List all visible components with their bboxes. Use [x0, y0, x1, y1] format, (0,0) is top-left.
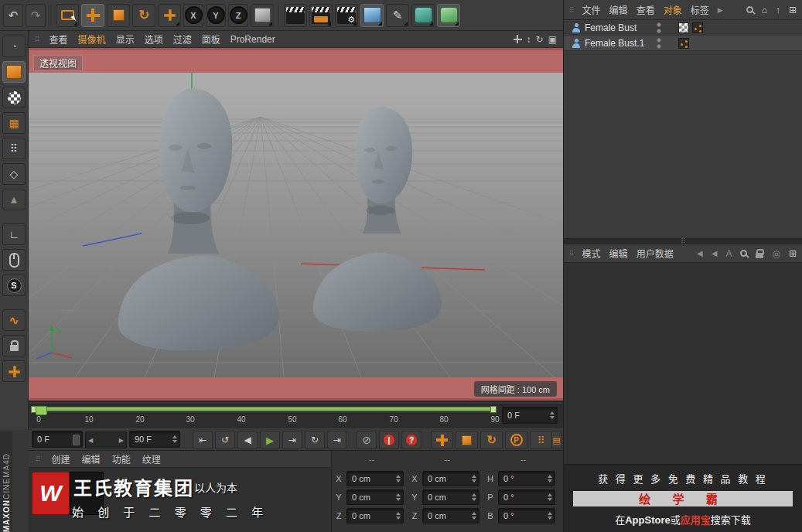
menu-view[interactable]: 查看	[636, 3, 655, 16]
rotation-b-field[interactable]: 0 °	[498, 508, 555, 523]
viewport-rotate-icon[interactable]: ↻	[536, 34, 544, 45]
coordinates-button[interactable]: ∟	[2, 223, 26, 245]
live-selection-tool-button[interactable]	[56, 4, 79, 27]
scale-x-field[interactable]: 0 cm	[422, 471, 479, 486]
visibility-toggles[interactable]	[657, 38, 661, 49]
object-row[interactable]: Female Bust.1	[564, 36, 802, 51]
texture-tag-icon[interactable]	[678, 22, 689, 33]
menu-edit[interactable]: 编辑	[82, 452, 101, 466]
search-icon[interactable]	[746, 6, 753, 13]
menu-filter[interactable]: 过滤	[173, 32, 192, 46]
points-mode-button[interactable]: ⠿	[2, 138, 26, 159]
menu-create[interactable]: 创建	[52, 452, 70, 466]
last-tool-button[interactable]	[158, 4, 181, 27]
scale-y-field[interactable]: 0 cm	[422, 489, 479, 505]
menu-tags[interactable]: 标签	[691, 3, 709, 16]
add-cube-primitive-button[interactable]	[360, 4, 384, 27]
workplane-mode-button[interactable]: ▦	[2, 112, 26, 134]
spin-up-icon[interactable]	[550, 411, 555, 414]
panel-splitter[interactable]: ⠿	[564, 238, 802, 244]
phong-tag-icon[interactable]	[678, 38, 689, 49]
position-x-field[interactable]: 0 cm	[346, 471, 404, 486]
spin-up-icon[interactable]	[172, 435, 177, 438]
position-z-field[interactable]: 0 cm	[346, 508, 404, 523]
prev-key-button[interactable]: ↺	[215, 431, 235, 449]
record-keyframe-button[interactable]: |	[379, 431, 399, 449]
goto-start-button[interactable]: ⇤	[193, 431, 213, 449]
lock-icon[interactable]	[756, 253, 763, 258]
spin-down-icon[interactable]	[550, 416, 555, 419]
autokey-button[interactable]: ?	[401, 431, 421, 449]
lock-x-axis-button[interactable]: X	[183, 4, 203, 27]
end-frame-field[interactable]: 90 F	[129, 431, 180, 448]
menu-function[interactable]: 功能	[112, 452, 131, 466]
next-key-button[interactable]: ⇥	[282, 431, 302, 449]
menu-display[interactable]: 显示	[116, 32, 135, 46]
workplane-lock-button[interactable]	[2, 335, 26, 356]
slider-right-icon[interactable]: ▶	[119, 437, 124, 444]
undo-button[interactable]: ↶	[3, 4, 23, 27]
model-mode-button[interactable]	[2, 61, 26, 83]
render-to-picture-viewer-button[interactable]	[309, 4, 333, 27]
panel-plus-icon[interactable]: ⊞	[789, 5, 797, 15]
loop-button[interactable]: ↻	[305, 431, 325, 449]
record-disabled-button[interactable]: ⊘	[357, 431, 377, 449]
menu-mode[interactable]: 模式	[582, 247, 601, 260]
menu-edit[interactable]: 编辑	[609, 3, 628, 16]
timeline-frame-field[interactable]: 0 F	[502, 407, 558, 424]
axis-modification-button[interactable]	[2, 360, 26, 382]
range-end-handle[interactable]	[490, 406, 497, 413]
viewport-zoom-icon[interactable]: ↕	[527, 34, 531, 45]
nav-back2-icon[interactable]: ◀	[712, 249, 718, 257]
menu-user-data[interactable]: 用户数据	[636, 247, 674, 260]
object-row[interactable]: Female Bust	[564, 20, 802, 36]
scale-z-field[interactable]: 0 cm	[422, 508, 479, 523]
polygons-mode-button[interactable]: ▲	[2, 189, 26, 210]
goto-end-button[interactable]: ⇥	[327, 431, 347, 449]
play-button[interactable]: ▶	[260, 431, 280, 449]
home-icon[interactable]: ⌂	[762, 5, 767, 15]
rotate-tool-button[interactable]: ↻	[132, 4, 155, 27]
rotation-h-field[interactable]: 0 °	[498, 471, 555, 486]
menu-panel[interactable]: 面板	[202, 32, 220, 46]
search-icon[interactable]	[740, 250, 747, 257]
viewport-filter-button[interactable]	[2, 249, 26, 271]
menu-view[interactable]: 查看	[49, 32, 68, 46]
brush-tool-button[interactable]: ∿	[2, 309, 26, 331]
object-list[interactable]: Female Bust Female Bust.1	[564, 20, 802, 238]
viewport-3d-scene[interactable]: Y	[29, 73, 563, 377]
texture-mode-button[interactable]	[2, 87, 26, 108]
ae-font-icon[interactable]: A	[725, 248, 732, 259]
make-editable-button[interactable]: ◔	[2, 36, 26, 57]
rotation-p-field[interactable]: 0 °	[498, 489, 555, 505]
lock-y-axis-button[interactable]: Y	[206, 4, 226, 27]
ad-highlight-bar[interactable]: 绘 学 霸	[573, 491, 792, 506]
preview-range-bar[interactable]	[32, 407, 496, 411]
scale-tool-button[interactable]	[107, 4, 130, 27]
edges-mode-button[interactable]: ◇	[2, 163, 26, 185]
frame-mini-slider[interactable]: ◀ ▶	[85, 431, 127, 448]
move-tool-button[interactable]	[81, 4, 104, 27]
menu-overflow-icon[interactable]: ▶	[718, 6, 723, 14]
phong-tag-icon[interactable]	[692, 22, 703, 33]
lock-z-axis-button[interactable]: Z	[228, 4, 248, 27]
menu-options[interactable]: 选项	[145, 32, 163, 46]
viewport-pan-icon[interactable]	[514, 35, 522, 43]
viewport-name-label[interactable]: 透视视图	[33, 55, 83, 71]
menu-texture[interactable]: 纹理	[142, 452, 161, 466]
render-visibility-dot[interactable]	[657, 44, 661, 49]
menu-edit[interactable]: 编辑	[609, 247, 628, 260]
viewport-maximize-icon[interactable]: ▣	[548, 34, 557, 45]
move-mode-button[interactable]	[431, 431, 453, 449]
menu-prorender[interactable]: ProRender	[230, 34, 275, 45]
attribute-manager-body[interactable]	[564, 263, 802, 464]
rotate-mode-button[interactable]: ↻	[480, 431, 503, 449]
menu-file[interactable]: 文件	[582, 3, 601, 16]
scale-mode-button[interactable]	[456, 431, 478, 449]
nav-back-icon[interactable]: ◀	[697, 249, 703, 257]
redo-button[interactable]: ↷	[26, 4, 46, 27]
coordinate-system-button[interactable]	[251, 4, 274, 27]
slider-thumb[interactable]	[73, 435, 80, 445]
position-y-field[interactable]: 0 cm	[346, 489, 404, 505]
menu-camera[interactable]: 摄像机	[78, 32, 106, 46]
